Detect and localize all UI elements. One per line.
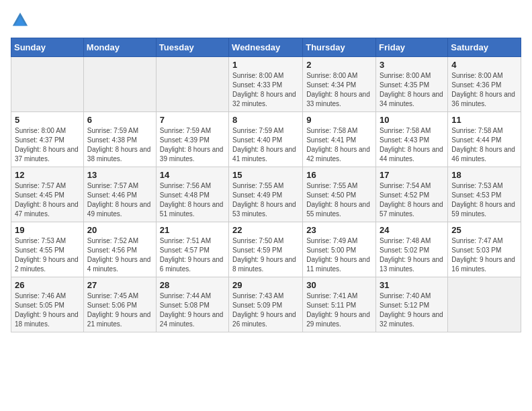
day-info: Sunrise: 7:59 AM Sunset: 4:38 PM Dayligh… bbox=[87, 126, 152, 164]
day-number: 29 bbox=[232, 280, 299, 290]
day-number: 13 bbox=[87, 170, 152, 180]
day-info: Sunrise: 7:58 AM Sunset: 4:43 PM Dayligh… bbox=[380, 126, 444, 164]
calendar-cell: 27Sunrise: 7:45 AM Sunset: 5:06 PM Dayli… bbox=[83, 277, 156, 332]
calendar-cell: 4Sunrise: 8:00 AM Sunset: 4:36 PM Daylig… bbox=[448, 57, 521, 112]
calendar-cell: 14Sunrise: 7:56 AM Sunset: 4:48 PM Dayli… bbox=[156, 167, 228, 222]
day-number: 12 bbox=[15, 170, 80, 180]
calendar-cell: 23Sunrise: 7:49 AM Sunset: 5:00 PM Dayli… bbox=[303, 222, 376, 277]
page-header bbox=[11, 11, 521, 30]
calendar-cell: 7Sunrise: 7:59 AM Sunset: 4:39 PM Daylig… bbox=[156, 112, 228, 167]
calendar-cell bbox=[448, 277, 521, 332]
calendar-cell: 19Sunrise: 7:53 AM Sunset: 4:55 PM Dayli… bbox=[11, 222, 84, 277]
day-info: Sunrise: 7:41 AM Sunset: 5:11 PM Dayligh… bbox=[306, 291, 372, 329]
calendar-cell: 2Sunrise: 8:00 AM Sunset: 4:34 PM Daylig… bbox=[303, 57, 376, 112]
weekday-header-row: SundayMondayTuesdayWednesdayThursdayFrid… bbox=[11, 38, 521, 57]
day-number: 2 bbox=[306, 60, 372, 70]
calendar-cell bbox=[11, 57, 84, 112]
week-row-5: 26Sunrise: 7:46 AM Sunset: 5:05 PM Dayli… bbox=[11, 277, 521, 332]
day-info: Sunrise: 8:00 AM Sunset: 4:33 PM Dayligh… bbox=[232, 71, 299, 109]
day-info: Sunrise: 7:52 AM Sunset: 4:56 PM Dayligh… bbox=[87, 236, 152, 274]
logo bbox=[11, 11, 32, 30]
calendar-cell: 16Sunrise: 7:55 AM Sunset: 4:50 PM Dayli… bbox=[303, 167, 376, 222]
week-row-4: 19Sunrise: 7:53 AM Sunset: 4:55 PM Dayli… bbox=[11, 222, 521, 277]
day-number: 9 bbox=[306, 115, 372, 125]
day-number: 10 bbox=[380, 115, 444, 125]
day-number: 20 bbox=[87, 225, 152, 235]
day-info: Sunrise: 8:00 AM Sunset: 4:37 PM Dayligh… bbox=[15, 126, 80, 164]
day-number: 4 bbox=[451, 60, 517, 70]
day-info: Sunrise: 7:56 AM Sunset: 4:48 PM Dayligh… bbox=[160, 181, 225, 219]
day-number: 31 bbox=[380, 280, 444, 290]
weekday-header-saturday: Saturday bbox=[448, 38, 521, 57]
day-number: 16 bbox=[306, 170, 372, 180]
calendar-cell bbox=[156, 57, 228, 112]
day-number: 24 bbox=[380, 225, 444, 235]
day-info: Sunrise: 7:48 AM Sunset: 5:02 PM Dayligh… bbox=[380, 236, 444, 274]
day-info: Sunrise: 7:57 AM Sunset: 4:45 PM Dayligh… bbox=[15, 181, 80, 219]
day-number: 23 bbox=[306, 225, 372, 235]
calendar-cell: 30Sunrise: 7:41 AM Sunset: 5:11 PM Dayli… bbox=[303, 277, 376, 332]
calendar-cell: 8Sunrise: 7:59 AM Sunset: 4:40 PM Daylig… bbox=[229, 112, 303, 167]
day-info: Sunrise: 7:51 AM Sunset: 4:57 PM Dayligh… bbox=[160, 236, 225, 274]
day-info: Sunrise: 8:00 AM Sunset: 4:36 PM Dayligh… bbox=[451, 71, 517, 109]
calendar-cell: 18Sunrise: 7:53 AM Sunset: 4:53 PM Dayli… bbox=[448, 167, 521, 222]
day-number: 22 bbox=[232, 225, 299, 235]
day-info: Sunrise: 7:46 AM Sunset: 5:05 PM Dayligh… bbox=[15, 291, 80, 329]
calendar-table: SundayMondayTuesdayWednesdayThursdayFrid… bbox=[11, 38, 521, 332]
calendar-cell: 13Sunrise: 7:57 AM Sunset: 4:46 PM Dayli… bbox=[83, 167, 156, 222]
calendar-cell bbox=[83, 57, 156, 112]
day-info: Sunrise: 7:53 AM Sunset: 4:55 PM Dayligh… bbox=[15, 236, 80, 274]
calendar-cell: 24Sunrise: 7:48 AM Sunset: 5:02 PM Dayli… bbox=[376, 222, 448, 277]
calendar-cell: 29Sunrise: 7:43 AM Sunset: 5:09 PM Dayli… bbox=[229, 277, 303, 332]
day-number: 6 bbox=[87, 115, 152, 125]
calendar-cell: 28Sunrise: 7:44 AM Sunset: 5:08 PM Dayli… bbox=[156, 277, 228, 332]
calendar-cell: 21Sunrise: 7:51 AM Sunset: 4:57 PM Dayli… bbox=[156, 222, 228, 277]
day-info: Sunrise: 7:58 AM Sunset: 4:41 PM Dayligh… bbox=[306, 126, 372, 164]
day-number: 7 bbox=[160, 115, 225, 125]
day-number: 11 bbox=[451, 115, 517, 125]
calendar-cell: 25Sunrise: 7:47 AM Sunset: 5:03 PM Dayli… bbox=[448, 222, 521, 277]
calendar-cell: 6Sunrise: 7:59 AM Sunset: 4:38 PM Daylig… bbox=[83, 112, 156, 167]
day-number: 26 bbox=[15, 280, 80, 290]
day-number: 3 bbox=[380, 60, 444, 70]
weekday-header-tuesday: Tuesday bbox=[156, 38, 228, 57]
day-info: Sunrise: 7:59 AM Sunset: 4:39 PM Dayligh… bbox=[160, 126, 225, 164]
calendar-cell: 3Sunrise: 8:00 AM Sunset: 4:35 PM Daylig… bbox=[376, 57, 448, 112]
day-info: Sunrise: 7:55 AM Sunset: 4:50 PM Dayligh… bbox=[306, 181, 372, 219]
calendar-cell: 17Sunrise: 7:54 AM Sunset: 4:52 PM Dayli… bbox=[376, 167, 448, 222]
day-info: Sunrise: 7:44 AM Sunset: 5:08 PM Dayligh… bbox=[160, 291, 225, 329]
day-info: Sunrise: 7:58 AM Sunset: 4:44 PM Dayligh… bbox=[451, 126, 517, 164]
day-info: Sunrise: 7:57 AM Sunset: 4:46 PM Dayligh… bbox=[87, 181, 152, 219]
day-info: Sunrise: 7:54 AM Sunset: 4:52 PM Dayligh… bbox=[380, 181, 444, 219]
calendar-cell: 5Sunrise: 8:00 AM Sunset: 4:37 PM Daylig… bbox=[11, 112, 84, 167]
week-row-1: 1Sunrise: 8:00 AM Sunset: 4:33 PM Daylig… bbox=[11, 57, 521, 112]
day-info: Sunrise: 8:00 AM Sunset: 4:35 PM Dayligh… bbox=[380, 71, 444, 109]
day-number: 30 bbox=[306, 280, 372, 290]
calendar-cell: 26Sunrise: 7:46 AM Sunset: 5:05 PM Dayli… bbox=[11, 277, 84, 332]
day-number: 5 bbox=[15, 115, 80, 125]
calendar-cell: 31Sunrise: 7:40 AM Sunset: 5:12 PM Dayli… bbox=[376, 277, 448, 332]
day-info: Sunrise: 7:40 AM Sunset: 5:12 PM Dayligh… bbox=[380, 291, 444, 329]
weekday-header-sunday: Sunday bbox=[11, 38, 84, 57]
day-info: Sunrise: 7:47 AM Sunset: 5:03 PM Dayligh… bbox=[451, 236, 517, 274]
day-info: Sunrise: 7:59 AM Sunset: 4:40 PM Dayligh… bbox=[232, 126, 299, 164]
day-number: 18 bbox=[451, 170, 517, 180]
calendar-cell: 10Sunrise: 7:58 AM Sunset: 4:43 PM Dayli… bbox=[376, 112, 448, 167]
weekday-header-monday: Monday bbox=[83, 38, 156, 57]
day-info: Sunrise: 7:49 AM Sunset: 5:00 PM Dayligh… bbox=[306, 236, 372, 274]
calendar-cell: 22Sunrise: 7:50 AM Sunset: 4:59 PM Dayli… bbox=[229, 222, 303, 277]
day-info: Sunrise: 7:50 AM Sunset: 4:59 PM Dayligh… bbox=[232, 236, 299, 274]
week-row-2: 5Sunrise: 8:00 AM Sunset: 4:37 PM Daylig… bbox=[11, 112, 521, 167]
logo-icon bbox=[11, 11, 30, 30]
day-info: Sunrise: 7:43 AM Sunset: 5:09 PM Dayligh… bbox=[232, 291, 299, 329]
calendar-cell: 12Sunrise: 7:57 AM Sunset: 4:45 PM Dayli… bbox=[11, 167, 84, 222]
day-number: 28 bbox=[160, 280, 225, 290]
day-number: 27 bbox=[87, 280, 152, 290]
day-number: 15 bbox=[232, 170, 299, 180]
day-number: 25 bbox=[451, 225, 517, 235]
day-number: 19 bbox=[15, 225, 80, 235]
day-number: 21 bbox=[160, 225, 225, 235]
weekday-header-thursday: Thursday bbox=[303, 38, 376, 57]
day-number: 14 bbox=[160, 170, 225, 180]
calendar-cell: 20Sunrise: 7:52 AM Sunset: 4:56 PM Dayli… bbox=[83, 222, 156, 277]
